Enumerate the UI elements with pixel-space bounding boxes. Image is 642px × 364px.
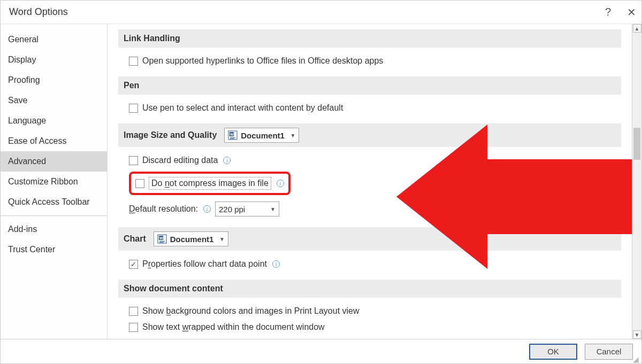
label-show-picture-placeholders: Show picture placeholders [142, 338, 243, 339]
dropdown-image-document[interactable]: W Document1 ▼ [224, 128, 299, 143]
info-icon[interactable]: i [203, 205, 211, 213]
info-icon[interactable]: i [277, 180, 284, 187]
section-header-show-document-content: Show document content [118, 280, 621, 298]
ok-button[interactable]: OK [529, 344, 577, 360]
label-use-pen: Use pen to select and interact with cont… [142, 103, 343, 113]
dropdown-chart-document[interactable]: W Document1 ▼ [154, 231, 228, 246]
dropdown-default-resolution-value: 220 ppi [219, 205, 245, 214]
sidebar-item-customize-ribbon[interactable]: Customize Ribbon [1, 172, 107, 192]
label-show-text-wrapped: Show text wrapped within the document wi… [142, 322, 325, 332]
chevron-down-icon: ▼ [270, 206, 276, 212]
checkbox-show-background[interactable] [129, 307, 138, 316]
section-title-image-size: Image Size and Quality [124, 130, 217, 140]
info-icon[interactable]: i [272, 260, 280, 268]
section-header-image-size: Image Size and Quality W Document1 ▼ [118, 123, 621, 147]
svg-rect-8 [159, 241, 165, 242]
section-title-chart: Chart [124, 234, 146, 244]
sidebar-item-save[interactable]: Save [1, 90, 107, 111]
sidebar-item-add-ins[interactable]: Add-ins [1, 219, 107, 239]
vertical-scrollbar[interactable]: ▲ ▼ [632, 24, 641, 339]
sidebar-item-display[interactable]: Display [1, 50, 107, 70]
scroll-down-button[interactable]: ▼ [633, 330, 641, 339]
dropdown-chart-document-value: Document1 [170, 235, 214, 244]
options-sidebar: General Display Proofing Save Language E… [1, 24, 108, 339]
sidebar-item-quick-access-toolbar[interactable]: Quick Access Toolbar [1, 192, 107, 212]
checkbox-use-pen[interactable] [129, 104, 138, 113]
cancel-button[interactable]: Cancel [585, 344, 633, 360]
scroll-up-button[interactable]: ▲ [633, 24, 641, 33]
sidebar-item-trust-center[interactable]: Trust Center [1, 239, 107, 260]
section-header-pen: Pen [118, 76, 621, 95]
dropdown-image-document-value: Document1 [241, 131, 285, 140]
svg-rect-4 [230, 138, 234, 139]
close-button[interactable]: ✕ [627, 6, 636, 19]
help-button[interactable]: ? [605, 6, 611, 18]
section-header-chart: Chart W Document1 ▼ [118, 227, 621, 251]
label-open-hyperlinks: Open supported hyperlinks to Office file… [142, 56, 383, 66]
chevron-down-icon: ▼ [290, 133, 295, 138]
checkbox-show-picture-placeholders[interactable] [129, 339, 138, 339]
label-do-not-compress: Do not compress images in file [149, 177, 271, 190]
highlight-do-not-compress: Do not compress images in file i [129, 172, 291, 195]
checkbox-discard-editing-data[interactable] [129, 156, 138, 165]
section-header-link-handling: Link Handling [118, 29, 621, 48]
label-default-resolution: Default resolution: [129, 204, 198, 214]
chevron-down-icon: ▼ [219, 236, 225, 242]
label-properties-follow-chart: Properties follow chart data point [142, 259, 267, 269]
document-icon: W [228, 130, 238, 140]
checkbox-do-not-compress[interactable] [135, 179, 144, 188]
sidebar-item-language[interactable]: Language [1, 111, 107, 131]
document-icon: W [157, 234, 167, 244]
label-show-background: Show background colors and images in Pri… [142, 306, 360, 316]
svg-rect-9 [159, 242, 164, 243]
sidebar-item-proofing[interactable]: Proofing [1, 70, 107, 90]
info-icon[interactable]: i [223, 157, 231, 164]
checkbox-show-text-wrapped[interactable] [129, 323, 138, 332]
scrollbar-track[interactable] [632, 33, 641, 330]
checkbox-properties-follow-chart[interactable] [129, 260, 138, 269]
dialog-title: Word Options [9, 6, 68, 18]
sidebar-item-general[interactable]: General [1, 29, 107, 50]
checkbox-open-hyperlinks[interactable] [129, 57, 138, 66]
svg-rect-3 [230, 137, 235, 138]
dropdown-default-resolution[interactable]: 220 ppi ▼ [215, 202, 279, 216]
sidebar-item-ease-of-access[interactable]: Ease of Access [1, 131, 107, 151]
svg-text:W: W [230, 133, 234, 136]
svg-text:W: W [159, 236, 163, 240]
scrollbar-thumb[interactable] [633, 128, 640, 160]
sidebar-item-advanced[interactable]: Advanced [1, 151, 107, 172]
label-discard-editing-data: Discard editing data [142, 156, 218, 165]
options-content: Link Handling Open supported hyperlinks … [108, 24, 632, 339]
